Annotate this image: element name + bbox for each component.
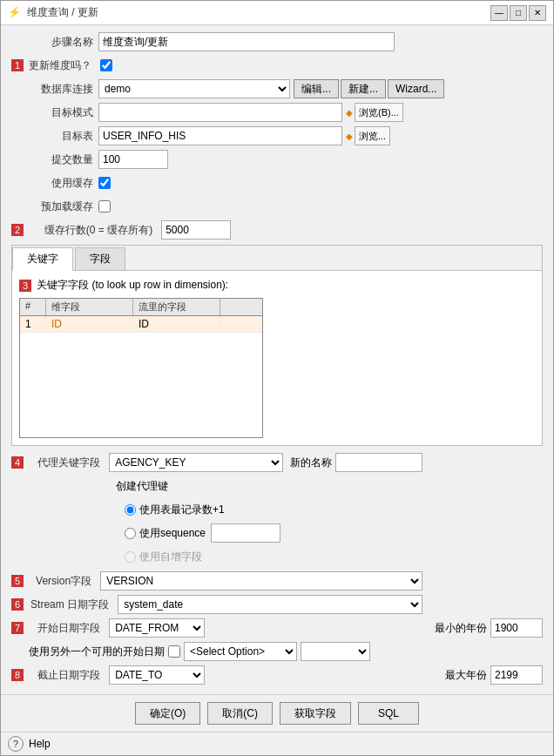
- step-num-7: 7: [11, 622, 24, 634]
- tab-key-fields[interactable]: 关键字: [12, 247, 73, 271]
- step-name-label: 步骤名称: [11, 35, 98, 50]
- row-dim-cell: ID: [46, 316, 133, 332]
- ok-button[interactable]: 确定(O): [135, 702, 200, 725]
- main-content: Pentaho 步骤名称 1 更新维度吗？ 数据库连接 demo 编辑... 新…: [1, 25, 553, 694]
- alt-start-date-row: 使用另外一个可用的开始日期 <Select Option>: [11, 642, 543, 661]
- title-bar-left: ⚡ 维度查询 / 更新: [8, 5, 98, 20]
- close-button[interactable]: ✕: [529, 5, 546, 21]
- step-num-2: 2: [11, 224, 24, 236]
- step-num-1: 1: [11, 59, 24, 71]
- table-browse-button[interactable]: 浏览...: [355, 126, 390, 145]
- window-title: 维度查询 / 更新: [27, 5, 98, 20]
- radio-use-sequence[interactable]: [125, 528, 136, 539]
- cancel-button[interactable]: 取消(C): [207, 702, 273, 725]
- update-dim-checkbox[interactable]: [100, 59, 112, 71]
- tab-area: 关键字 字段 ← 3 关键字字段 (to look up row in dime…: [11, 245, 543, 446]
- step-num-5: 5: [11, 575, 24, 587]
- radio-max-row: 使用表最记录数+1: [11, 500, 543, 519]
- version-field-select[interactable]: VERSION: [100, 571, 422, 591]
- key-fields-section-label: 关键字字段 (to look up row in dimension):: [37, 278, 228, 293]
- radio-use-auto[interactable]: [125, 551, 136, 563]
- col-num-header: #: [20, 299, 46, 315]
- alt-start-date-extra-select[interactable]: [301, 642, 370, 661]
- start-date-label: 开始日期字段: [27, 621, 105, 636]
- key-fields-header-row: 3 关键字字段 (to look up row in dimension):: [19, 278, 535, 293]
- create-key-label-row: 创建代理键: [11, 476, 543, 496]
- target-table-label: 目标表: [11, 129, 98, 144]
- preload-cache-checkbox[interactable]: [98, 200, 111, 213]
- wizard-button[interactable]: Wizard...: [388, 79, 444, 98]
- version-field-row: 5 Version字段 VERSION: [11, 571, 543, 591]
- step-name-row: 步骤名称: [11, 32, 543, 51]
- form-section: 步骤名称 1 更新维度吗？ 数据库连接 demo 编辑... 新建... Wiz…: [11, 32, 543, 685]
- row-num-cell: 1: [20, 316, 46, 332]
- db-connection-row: 数据库连接 demo 编辑... 新建... Wizard...: [11, 79, 543, 98]
- key-fields-table: # 维字段 流里的字段 1 ID ID: [19, 298, 263, 438]
- schema-browse-button[interactable]: 浏览(B)...: [355, 103, 403, 122]
- surrogate-key-label: 代理关键字段: [27, 456, 105, 470]
- new-connection-button[interactable]: 新建...: [341, 79, 386, 98]
- help-icon[interactable]: ?: [8, 736, 24, 752]
- min-year-label: 最小的年份: [435, 621, 487, 636]
- main-window: ⚡ 维度查询 / 更新 — □ ✕ Pentaho 步骤名称 1 更新维度吗？: [0, 0, 554, 756]
- maximize-button[interactable]: □: [510, 5, 527, 21]
- max-year-label: 最大年份: [445, 668, 487, 683]
- use-cache-label: 使用缓存: [11, 176, 98, 191]
- update-dim-row: 1 更新维度吗？: [11, 56, 543, 75]
- use-cache-checkbox[interactable]: [98, 177, 111, 189]
- target-table-row: 目标表 ◆ 浏览...: [11, 126, 543, 145]
- step-num-6: 6: [11, 598, 24, 611]
- radio-use-max-label: 使用表最记录数+1: [139, 503, 225, 517]
- step-num-4: 4: [11, 456, 24, 469]
- commit-size-row: 提交数量: [11, 150, 543, 169]
- step-name-input[interactable]: [98, 32, 395, 51]
- alt-start-date-select[interactable]: <Select Option>: [184, 642, 297, 661]
- step-num-3: 3: [19, 280, 31, 292]
- start-date-select[interactable]: DATE_FROM: [109, 618, 205, 638]
- title-controls: — □ ✕: [490, 5, 546, 21]
- preload-cache-row: 预加载缓存: [11, 197, 543, 216]
- commit-size-input[interactable]: [98, 150, 168, 169]
- alt-start-date-checkbox[interactable]: [168, 645, 180, 658]
- db-connection-label: 数据库连接: [11, 82, 98, 97]
- row-stream-cell: ID: [133, 316, 220, 332]
- end-date-label: 截止日期字段: [27, 668, 105, 683]
- cache-size-input[interactable]: [161, 220, 231, 240]
- radio-use-max[interactable]: [125, 504, 136, 516]
- target-schema-row: 目标模式 ◆ 浏览(B)...: [11, 103, 543, 122]
- get-fields-button[interactable]: 获取字段: [280, 702, 351, 725]
- help-bar: ? Help: [1, 732, 553, 755]
- db-connection-select[interactable]: demo: [98, 79, 290, 98]
- key-table-header: # 维字段 流里的字段: [20, 299, 262, 316]
- stream-date-label: Stream 日期字段: [27, 597, 114, 612]
- new-name-input[interactable]: [335, 453, 422, 472]
- sql-button[interactable]: SQL: [358, 702, 419, 725]
- radio-use-auto-label: 使用自增字段: [139, 550, 202, 564]
- app-icon: ⚡: [8, 6, 22, 20]
- max-year-input[interactable]: [490, 665, 543, 685]
- col-dim-header: 维字段: [46, 299, 133, 315]
- edit-connection-button[interactable]: 编辑...: [294, 79, 339, 98]
- cache-size-row: 2 缓存行数(0 = 缓存所有): [11, 220, 543, 240]
- minimize-button[interactable]: —: [490, 5, 508, 21]
- tab-fields[interactable]: 字段 ←: [75, 247, 125, 270]
- help-label: Help: [29, 738, 51, 750]
- end-date-select[interactable]: DATE_TO: [109, 665, 205, 685]
- target-table-input[interactable]: [98, 126, 342, 145]
- col-stream-header: 流里的字段: [133, 299, 220, 315]
- use-cache-row: 使用缓存: [11, 173, 543, 192]
- sequence-value-input[interactable]: [211, 523, 280, 543]
- start-date-row: 7 开始日期字段 DATE_FROM 最小的年份: [11, 618, 543, 638]
- bottom-bar: 确定(O) 取消(C) 获取字段 SQL: [1, 694, 553, 732]
- update-dim-label: 更新维度吗？: [27, 58, 97, 73]
- stream-date-select[interactable]: system_date: [118, 595, 422, 614]
- title-bar: ⚡ 维度查询 / 更新 — □ ✕: [1, 1, 553, 25]
- target-schema-label: 目标模式: [11, 105, 98, 120]
- min-year-input[interactable]: [490, 618, 543, 638]
- tab-header: 关键字 字段 ←: [12, 246, 542, 271]
- table-row[interactable]: 1 ID ID: [20, 316, 262, 333]
- target-schema-input[interactable]: [98, 103, 342, 122]
- surrogate-key-select[interactable]: AGENCY_KEY: [109, 453, 283, 472]
- cache-size-label: 缓存行数(0 = 缓存所有): [27, 223, 158, 238]
- alt-start-date-label: 使用另外一个可用的开始日期: [29, 645, 165, 659]
